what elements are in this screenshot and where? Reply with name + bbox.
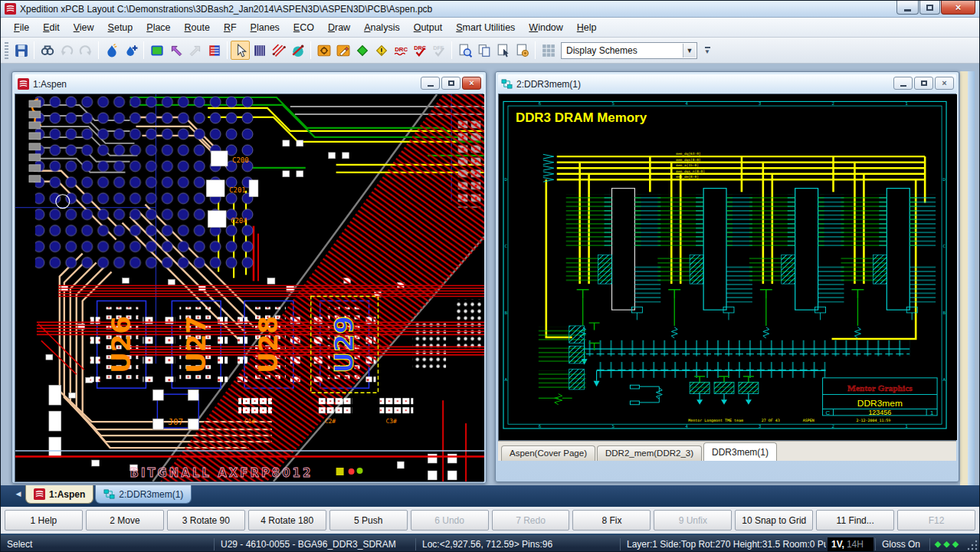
toolbar-grip[interactable] (5, 42, 8, 59)
fkey-fix[interactable]: 8 Fix (572, 510, 651, 531)
status-selection: U29 - 4610-0055 - BGA96_DDR3_SDRAM (215, 539, 415, 550)
close-icon: × (942, 79, 946, 87)
pcb-design-canvas[interactable]: C200 C201 C204 J07 C1# (15, 94, 484, 481)
toolbar-overflow-button[interactable]: ▼ (702, 42, 713, 59)
pcb-window[interactable]: 1:Aspen × (11, 71, 487, 484)
svg-text:D: D (943, 177, 946, 182)
mdi-tab-aspen-label: 1:Aspen (49, 489, 85, 500)
schematic-canvas[interactable]: 654 321 654 321 DCBA DCBA DDR3 DRAM Memo… (499, 94, 957, 440)
redo-icon (79, 44, 93, 58)
status-via-count: 1V,14H (828, 537, 873, 551)
pcb-minimize-button[interactable] (421, 77, 440, 90)
open-window-button[interactable] (166, 41, 185, 60)
auto-place-button[interactable] (314, 41, 333, 60)
preview-button[interactable] (455, 41, 474, 60)
online-drc-button[interactable] (352, 41, 372, 60)
menu-output[interactable]: Output (407, 20, 450, 35)
toolbar-separator (451, 41, 452, 59)
route-mode-button[interactable] (269, 41, 288, 60)
resize-grip[interactable] (965, 537, 979, 551)
sheet-tab-ddr3[interactable]: DDR3mem(1) (703, 442, 777, 461)
menu-smart-utilities[interactable]: Smart Utilities (449, 20, 522, 35)
interactive-route-button[interactable] (288, 41, 307, 60)
properties-button[interactable] (513, 41, 532, 60)
schematic-window[interactable]: 2:DDR3mem(1) × (495, 71, 959, 482)
pcb-window-titlebar[interactable]: 1:Aspen × (15, 74, 483, 94)
schematic-close-button[interactable]: × (935, 77, 954, 90)
menu-setup[interactable]: Setup (101, 20, 140, 35)
batch-drc-button[interactable] (410, 41, 429, 60)
maximize-button[interactable] (919, 1, 940, 15)
menu-rf[interactable]: RF (217, 20, 244, 35)
edit-settings-button[interactable] (333, 41, 352, 60)
board-view-button[interactable] (147, 41, 166, 60)
grid-toggle-button[interactable] (539, 41, 558, 60)
highlight-add-button[interactable] (121, 41, 140, 60)
menu-edit[interactable]: Edit (36, 20, 67, 35)
review-hazards-button[interactable] (372, 41, 391, 60)
schematic-tab-icon (103, 488, 115, 500)
highlight-button[interactable] (102, 41, 121, 60)
svg-text:C204: C204 (231, 217, 247, 225)
pcb-close-button[interactable]: × (462, 77, 481, 90)
pcb-restore-button[interactable] (441, 77, 461, 90)
copy-doc-icon (477, 44, 491, 58)
sheet-tab-ddr2[interactable]: DDR2_mem(DDR2_3) (597, 445, 702, 461)
schematic-window-titlebar[interactable]: 2:DDR3mem(1) × (498, 74, 956, 94)
menu-draw[interactable]: Draw (321, 20, 357, 35)
svg-text:DDR3mem: DDR3mem (857, 398, 903, 408)
schematic-minimize-button[interactable] (893, 77, 913, 90)
save-button[interactable] (11, 41, 31, 60)
component-icon (253, 44, 267, 58)
select-report-button[interactable] (493, 41, 513, 60)
chevron-down-icon[interactable]: ▼ (683, 44, 696, 58)
schematic-restore-button[interactable] (914, 77, 933, 90)
layers-icon (208, 44, 221, 58)
mdi-tab-ddr3mem[interactable]: 2:DDR3mem(1) (95, 485, 192, 504)
tab-scroll-left-button[interactable]: ◀ (11, 485, 25, 502)
drc-window-button[interactable] (391, 41, 410, 60)
copy-button[interactable] (474, 41, 493, 60)
application-window: Xpedition xPCB Layout C:\Demonstrations\… (0, 0, 980, 552)
menu-place[interactable]: Place (139, 20, 177, 35)
dff-audit-button[interactable] (429, 41, 448, 60)
toolbar-separator (98, 41, 99, 59)
close-button[interactable]: × (941, 1, 975, 15)
place-mode-button[interactable] (250, 41, 269, 60)
gray-arrow-icon (188, 44, 202, 58)
menu-view[interactable]: View (67, 20, 101, 35)
redo-button[interactable] (76, 41, 95, 60)
close-icon: × (469, 79, 474, 87)
menu-eco[interactable]: ECO (287, 20, 321, 35)
status-location: Loc:<2,927.56, 712.59> Pins:96 (416, 539, 620, 550)
svg-text:6: 6 (539, 101, 542, 106)
fkey-push[interactable]: 5 Push (329, 510, 408, 531)
fkey-find[interactable]: 11 Find... (816, 510, 894, 531)
fkey-snap[interactable]: 10 Snap to Grid (735, 510, 813, 531)
fkey-rotate90[interactable]: 3 Rotate 90 (167, 510, 245, 531)
display-schemes-select[interactable]: Display Schemes ▼ (561, 42, 697, 59)
overflow-bar (705, 47, 710, 48)
fkey-help[interactable]: 1 Help (5, 510, 83, 531)
mdi-tab-aspen[interactable]: 1:Aspen (25, 485, 93, 504)
menu-help[interactable]: Help (570, 20, 604, 35)
layer-pair-button[interactable] (205, 41, 224, 60)
menu-planes[interactable]: Planes (244, 20, 287, 35)
open-window-alt-button[interactable] (185, 41, 205, 60)
sheet-tab-cover[interactable]: Aspen(Cover Page) (501, 445, 595, 461)
titlebar[interactable]: Xpedition xPCB Layout C:\Demonstrations\… (1, 1, 979, 18)
menu-analysis[interactable]: Analysis (357, 20, 407, 35)
menu-window[interactable]: Window (522, 20, 569, 35)
select-mode-button[interactable] (231, 41, 250, 60)
find-button[interactable] (38, 41, 57, 60)
minimize-button[interactable] (896, 1, 919, 15)
svg-text:27 OF 43: 27 OF 43 (762, 419, 780, 423)
menu-route[interactable]: Route (178, 20, 217, 35)
fkey-move[interactable]: 2 Move (86, 510, 164, 531)
undo-button[interactable] (57, 41, 76, 60)
minimize-icon (904, 9, 911, 12)
fkey-rotate180[interactable]: 4 Rotate 180 (248, 510, 326, 531)
svg-text:BITGNALL AXFRP8012: BITGNALL AXFRP8012 (130, 466, 313, 480)
app-icon (5, 3, 16, 15)
menu-file[interactable]: File (7, 20, 36, 35)
